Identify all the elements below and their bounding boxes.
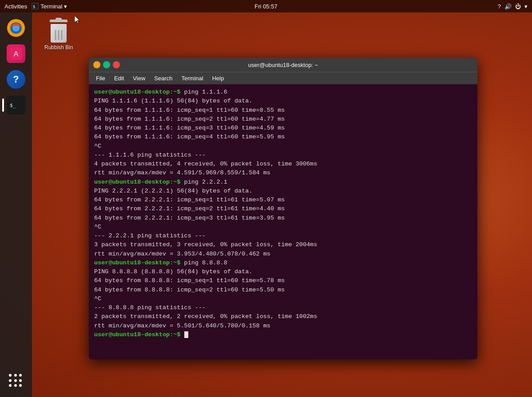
topbar: Activities $ Terminal ▾ Fri 05:57 ? 🔊 ⏻ … [0, 0, 532, 12]
terminal-title: user@ubuntu18-desktop: ~ [248, 62, 318, 68]
grid-dot [19, 384, 22, 387]
sidebar-item-software[interactable]: A [5, 43, 27, 65]
mouse-cursor [75, 16, 80, 24]
bin-line [55, 30, 56, 40]
app-menu[interactable]: $ Terminal ▾ [32, 3, 67, 10]
terminal-menubar: File Edit View Search Terminal Help [89, 72, 477, 84]
bin-lid [50, 20, 67, 22]
help-icon: ? [7, 70, 25, 89]
svg-text:A: A [14, 50, 19, 58]
sidebar-item-help[interactable]: ? [5, 68, 27, 90]
terminal-titlebar: user@ubuntu18-desktop: ~ [89, 58, 477, 72]
sidebar-item-terminal[interactable]: $_ [5, 94, 27, 116]
rubbish-bin-icon [48, 18, 69, 43]
svg-text:$_: $_ [10, 102, 16, 108]
grid-dot [14, 379, 17, 382]
grid-dot [9, 374, 12, 377]
grid-dot [9, 384, 12, 387]
menu-file[interactable]: File [92, 74, 109, 83]
power-indicator[interactable]: ⏻ [515, 3, 521, 10]
menu-edit[interactable]: Edit [111, 74, 127, 83]
volume-indicator[interactable]: 🔊 [504, 3, 512, 10]
help-indicator[interactable]: ? [498, 3, 501, 10]
grid-dot [19, 374, 22, 377]
menu-search[interactable]: Search [151, 74, 176, 83]
apps-grid-icon[interactable] [9, 374, 23, 388]
bin-body [51, 24, 67, 43]
grid-dot [14, 374, 17, 377]
terminal-content[interactable]: user@ubuntu18-desktop:~$ ping 1.1.1.6PIN… [89, 84, 477, 359]
app-menu-dropdown[interactable]: ▾ [64, 3, 67, 10]
grid-dot [19, 379, 22, 382]
bin-lines [55, 30, 63, 40]
rubbish-bin[interactable]: Rubbish Bin [44, 18, 73, 51]
grid-dot [9, 379, 12, 382]
terminal-window: user@ubuntu18-desktop: ~ File Edit View … [89, 58, 477, 359]
grid-dot [14, 384, 17, 387]
topbar-right: ? 🔊 ⏻ ▾ [498, 3, 528, 10]
terminal-app-icon: $ [32, 3, 39, 10]
software-center-icon: A [7, 44, 25, 63]
bin-line [61, 30, 63, 40]
sidebar-item-firefox[interactable] [5, 17, 27, 39]
maximize-button[interactable] [103, 61, 110, 68]
minimize-button[interactable] [93, 61, 100, 68]
close-button[interactable] [113, 61, 120, 68]
clock: Fri 05:57 [254, 3, 277, 10]
menu-help[interactable]: Help [209, 74, 228, 83]
desktop: Activities $ Terminal ▾ Fri 05:57 ? 🔊 ⏻ … [0, 0, 532, 397]
menu-view[interactable]: View [129, 74, 149, 83]
app-grid-button[interactable] [0, 374, 32, 388]
sidebar: A ? $_ [0, 12, 32, 397]
titlebar-controls [93, 61, 120, 68]
app-menu-label: Terminal [40, 3, 62, 10]
svg-text:$: $ [33, 4, 35, 9]
rubbish-bin-label: Rubbish Bin [44, 44, 73, 51]
bin-line [58, 30, 60, 40]
terminal-dock-icon: $_ [7, 96, 25, 114]
menu-terminal[interactable]: Terminal [178, 74, 207, 83]
power-dropdown[interactable]: ▾ [524, 3, 528, 10]
activities-button[interactable]: Activities [4, 3, 27, 10]
